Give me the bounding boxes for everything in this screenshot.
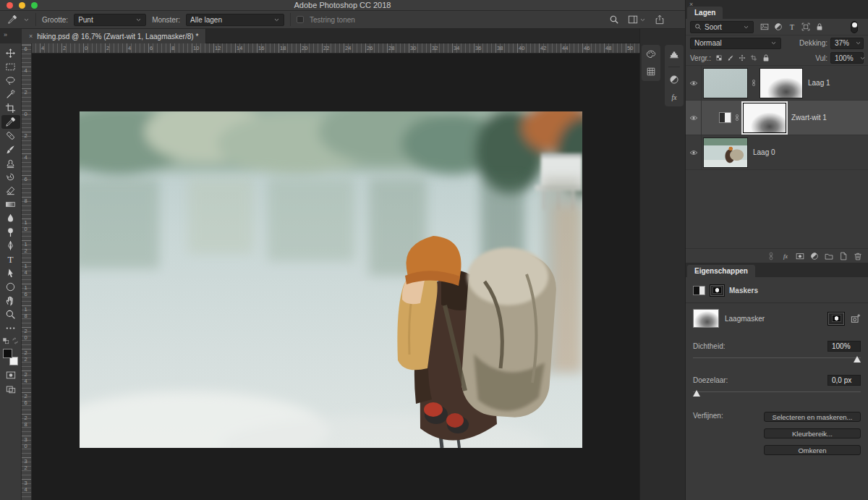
filter-adjustment-layers-icon[interactable] — [774, 22, 783, 31]
new-adjustment-layer-icon[interactable] — [810, 252, 819, 260]
layer-name[interactable]: Zwart-wit 1 — [791, 114, 827, 122]
lock-artboard-icon[interactable] — [750, 54, 757, 62]
default-colors-icon[interactable] — [2, 337, 9, 344]
layer-style-icon[interactable] — [781, 252, 790, 260]
fill-dropdown[interactable]: 100% — [830, 52, 864, 64]
pen-tool[interactable] — [1, 239, 20, 253]
tab-layers[interactable]: Lagen — [687, 7, 723, 19]
size-dropdown[interactable]: Punt — [74, 14, 146, 26]
close-window-button[interactable] — [7, 2, 13, 9]
eraser-tool[interactable] — [1, 184, 20, 198]
marquee-tool[interactable] — [1, 60, 20, 74]
layer-row-laag0[interactable]: Laag 0 — [686, 135, 868, 170]
document-tab[interactable]: × hiking.psd @ 16,7% (Zwart-wit 1, Laagm… — [22, 29, 206, 43]
opacity-dropdown[interactable]: 37% — [830, 38, 864, 49]
foreground-color-swatch[interactable] — [3, 349, 12, 358]
visibility-eye-icon[interactable] — [689, 79, 698, 88]
mask-link-icon[interactable] — [733, 113, 741, 122]
horizontal-ruler[interactable]: 4202468101214161820222426283032343638404… — [32, 43, 639, 54]
layer-filtering-toggle[interactable] — [851, 21, 858, 33]
sample-dropdown[interactable]: Alle lagen — [186, 14, 284, 26]
feather-slider[interactable] — [693, 388, 861, 397]
history-brush-tool[interactable] — [1, 170, 20, 184]
density-slider[interactable] — [693, 354, 861, 363]
density-value-field[interactable]: 100% — [827, 341, 861, 352]
adjustment-layer-icon[interactable] — [719, 112, 731, 123]
canvas[interactable] — [32, 54, 639, 500]
layer-mask-mode-icon[interactable] — [693, 286, 705, 295]
tab-properties[interactable]: Eigenschappen — [687, 265, 755, 277]
quick-mask-mode-icon[interactable] — [6, 370, 16, 380]
path-select-tool[interactable] — [1, 266, 20, 280]
new-layer-icon[interactable] — [839, 252, 848, 260]
selected-mask-mode-button[interactable] — [710, 284, 725, 297]
edit-toolbar-button[interactable] — [1, 321, 20, 335]
chevron-down-icon[interactable] — [639, 17, 646, 23]
slider-thumb[interactable] — [693, 390, 700, 397]
adjustments-panel-icon[interactable] — [669, 75, 679, 85]
add-vector-mask-icon[interactable] — [851, 313, 861, 323]
healing-brush-tool[interactable] — [1, 129, 20, 143]
search-icon[interactable] — [609, 14, 619, 25]
delete-layer-icon[interactable] — [854, 252, 862, 260]
visibility-eye-icon[interactable] — [689, 148, 698, 157]
mask-link-icon[interactable] — [750, 78, 757, 88]
filter-pixel-layers-icon[interactable] — [760, 22, 769, 31]
lock-transparency-icon[interactable] — [715, 54, 723, 62]
collapse-toolbar-button[interactable]: » — [0, 29, 21, 43]
styles-panel-icon[interactable] — [669, 92, 679, 102]
quick-selection-tool[interactable] — [1, 88, 20, 101]
layer-thumbnail[interactable] — [703, 137, 748, 168]
layer-mask-thumbnail[interactable] — [760, 68, 803, 98]
crop-tool[interactable] — [1, 101, 20, 115]
new-group-icon[interactable] — [825, 252, 833, 260]
lock-all-icon[interactable] — [762, 54, 770, 62]
layer-name[interactable]: Laag 0 — [753, 148, 775, 156]
slider-thumb[interactable] — [854, 356, 861, 363]
brush-tool[interactable] — [1, 143, 20, 156]
lasso-tool[interactable] — [1, 74, 20, 88]
workspace-icon[interactable] — [628, 14, 638, 25]
blur-tool[interactable] — [1, 211, 20, 225]
add-layer-mask-icon[interactable] — [796, 252, 804, 260]
filter-type-dropdown[interactable]: Soort — [690, 21, 754, 33]
lock-position-icon[interactable] — [739, 54, 746, 62]
lock-pixels-icon[interactable] — [727, 54, 734, 62]
type-tool[interactable] — [1, 253, 20, 266]
filter-shape-layers-icon[interactable] — [801, 22, 810, 31]
invert-button[interactable]: Omkeren — [764, 445, 861, 455]
filter-smart-objects-icon[interactable] — [815, 22, 824, 31]
zoom-tool[interactable] — [1, 308, 20, 321]
eyedropper-tool-preset-icon[interactable] — [7, 14, 17, 25]
filter-type-layers-icon[interactable] — [788, 22, 796, 31]
link-layers-icon[interactable] — [767, 252, 775, 260]
move-tool[interactable] — [1, 46, 20, 60]
screen-mode-icon[interactable] — [6, 384, 16, 394]
shape-tool[interactable] — [1, 280, 20, 294]
layer-row-zwart-wit[interactable]: Zwart-wit 1 — [686, 101, 868, 135]
dodge-tool[interactable] — [1, 225, 20, 239]
swatches-panel-icon[interactable] — [646, 67, 656, 77]
feather-value-field[interactable]: 0,0 px — [827, 375, 861, 386]
blend-mode-dropdown[interactable]: Normaal — [690, 38, 781, 49]
layer-thumbnail[interactable] — [703, 68, 748, 98]
visibility-eye-icon[interactable] — [689, 114, 698, 122]
foreground-background-swatches[interactable] — [2, 349, 19, 365]
share-icon[interactable] — [655, 14, 665, 25]
select-pixel-mask-button[interactable] — [827, 312, 845, 326]
histogram-panel-icon[interactable] — [669, 49, 679, 59]
close-tab-icon[interactable]: × — [29, 33, 33, 40]
hand-tool[interactable] — [1, 294, 20, 308]
gradient-tool[interactable] — [1, 198, 20, 211]
zoom-window-button[interactable] — [31, 2, 38, 9]
eyedropper-tool[interactable] — [1, 115, 20, 129]
mask-thumbnail[interactable] — [693, 309, 719, 328]
layer-name[interactable]: Laag 1 — [808, 79, 830, 87]
minimize-window-button[interactable] — [19, 2, 25, 9]
swap-colors-icon[interactable] — [12, 337, 19, 344]
show-sampling-ring-checkbox[interactable] — [297, 16, 304, 23]
color-panel-icon[interactable] — [646, 49, 656, 59]
layer-mask-thumbnail[interactable] — [743, 103, 786, 133]
vertical-ruler[interactable]: 6420246810121416182022242628303234 — [22, 43, 32, 500]
clone-stamp-tool[interactable] — [1, 156, 20, 170]
